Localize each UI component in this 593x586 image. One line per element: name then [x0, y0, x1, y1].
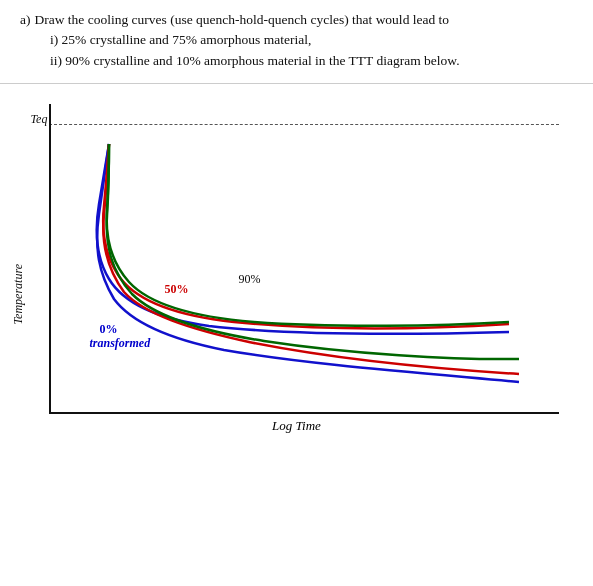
chart-axes	[49, 104, 559, 414]
sub-item-i: i) 25% crystalline and 75% amorphous mat…	[50, 30, 573, 50]
x-axis-label: Log Time	[272, 418, 321, 434]
sub-item-ii: ii) 90% crystalline and 10% amorphous ma…	[50, 51, 573, 71]
part-label: a)	[20, 10, 31, 30]
y-axis-line	[49, 104, 51, 414]
question-section: a) Draw the cooling curves (use quench-h…	[0, 0, 593, 79]
x-axis-line	[49, 412, 559, 414]
main-text: Draw the cooling curves (use quench-hold…	[35, 10, 450, 30]
diagram-section: Temperature Teq 50% 90% 0% transformed	[0, 88, 593, 448]
teq-label: Teq	[31, 112, 48, 127]
ttt-chart: Temperature Teq 50% 90% 0% transformed	[17, 94, 577, 434]
divider	[0, 83, 593, 84]
y-axis-label: Temperature	[11, 264, 26, 324]
